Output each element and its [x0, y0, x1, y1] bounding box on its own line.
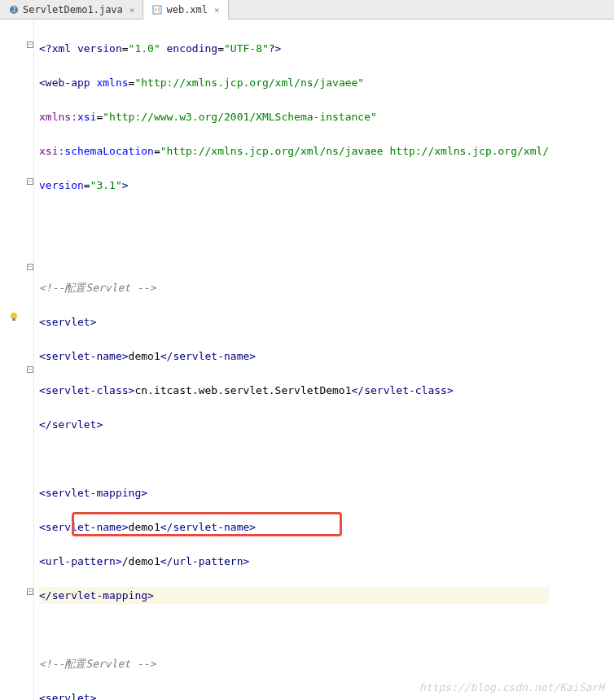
close-icon[interactable]: ×	[129, 5, 135, 15]
comment: <!--配置Servlet -->	[39, 655, 156, 672]
fold-toggle-icon[interactable]: −	[27, 264, 33, 270]
servlet-tag: servlet	[46, 313, 90, 330]
tab-servletdemo1[interactable]: J ServletDemo1.java ×	[0, 0, 143, 20]
gutter	[0, 20, 26, 700]
svg-rect-4	[12, 318, 15, 321]
svg-text:J: J	[12, 7, 16, 14]
fold-stripe: − − − − −	[26, 20, 34, 700]
xml-icon	[151, 4, 163, 15]
java-icon: J	[8, 4, 20, 15]
fold-toggle-icon[interactable]: −	[27, 42, 33, 48]
fold-toggle-icon[interactable]: −	[27, 588, 33, 595]
close-icon[interactable]: ×	[214, 5, 220, 15]
tab-webxml[interactable]: web.xml ×	[143, 0, 228, 20]
fold-toggle-icon[interactable]: −	[27, 178, 33, 185]
servlet-mapping-tag: servlet-mapping	[46, 484, 141, 501]
lightbulb-icon[interactable]	[8, 311, 20, 322]
svg-point-3	[11, 313, 17, 319]
code-editor[interactable]: − − − − − <?xml version="1.0" encoding="…	[0, 20, 614, 700]
xml-decl: <?	[39, 40, 52, 57]
tab-label: web.xml	[166, 4, 208, 15]
editor-tabs: J ServletDemo1.java × web.xml ×	[0, 0, 614, 20]
code-area[interactable]: <?xml version="1.0" encoding="UTF-8"?> <…	[34, 20, 549, 700]
web-app-tag: web-app	[46, 74, 90, 91]
tab-label: ServletDemo1.java	[23, 4, 123, 15]
comment: <!--配置Servlet -->	[39, 279, 156, 296]
fold-toggle-icon[interactable]: −	[27, 366, 33, 373]
svg-rect-2	[153, 6, 161, 14]
